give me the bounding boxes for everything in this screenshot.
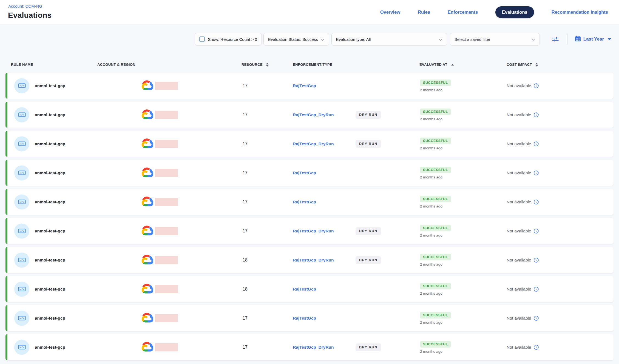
gcp-cloud-icon (141, 342, 153, 353)
evaluated-time: 2 months ago (420, 320, 451, 325)
date-range-picker[interactable]: Last Year (575, 36, 611, 43)
cost-impact-value: Not available (507, 200, 531, 204)
saved-filter-select[interactable]: Select a saved filter (450, 33, 540, 46)
resource-count: 17 (243, 170, 248, 175)
calendar-icon (575, 36, 581, 43)
resource-count-checkbox[interactable] (199, 36, 205, 42)
dry-run-badge: DRY RUN (356, 343, 381, 351)
info-circle-icon[interactable] (534, 229, 539, 234)
evaluation-type-select[interactable]: Evaluation type: All (331, 33, 447, 46)
rule-name: anmol-test-gcp (35, 258, 65, 263)
svg-text:</>: </> (20, 84, 24, 87)
evaluation-row[interactable]: </> anmol-test-gcp 17 RajTestGcp_DryRun … (5, 131, 614, 157)
svg-text:</>: </> (20, 143, 24, 145)
evaluation-row[interactable]: </> anmol-test-gcp 17 RajTestGcp_DryRun … (5, 102, 614, 128)
tab-recommendation-insights[interactable]: Recommendation Insights (552, 10, 608, 15)
filter-sliders-icon[interactable] (551, 35, 560, 43)
evaluation-row[interactable]: </> anmol-test-gcp 17 RajTestGcp DRY RUN… (5, 73, 614, 99)
account-name-redacted (155, 111, 178, 119)
evaluated-time: 2 months ago (420, 349, 451, 354)
svg-text:</>: </> (20, 288, 24, 291)
tab-evaluations[interactable]: Evaluations (495, 6, 534, 18)
sort-icon (266, 63, 269, 67)
status-badge: SUCCESSFUL (420, 196, 451, 202)
info-circle-icon[interactable] (534, 287, 539, 292)
col-evaluated-at-sort[interactable]: EVALUATED AT (419, 62, 454, 67)
info-circle-icon[interactable] (534, 200, 539, 204)
tab-rules[interactable]: Rules (418, 10, 430, 15)
tab-overview[interactable]: Overview (380, 10, 400, 15)
enforcement-link[interactable]: RajTestGcp (293, 83, 316, 88)
tab-enforcements[interactable]: Enforcements (448, 10, 478, 15)
chevron-down-icon (439, 37, 442, 42)
enforcement-link[interactable]: RajTestGcp_DryRun (293, 229, 334, 234)
dry-run-badge: DRY RUN (356, 256, 381, 264)
evaluation-row[interactable]: </> anmol-test-gcp 17 RajTestGcp DRY RUN… (5, 189, 614, 215)
resource-count-label: Show: Resource Count > 0 (208, 37, 257, 42)
enforcement-link[interactable]: RajTestGcp_DryRun (293, 345, 334, 350)
info-circle-icon[interactable] (534, 170, 539, 175)
row-status-accent (5, 247, 7, 273)
rule-name: anmol-test-gcp (35, 229, 65, 234)
account-name-redacted (155, 140, 178, 148)
rule-name: anmol-test-gcp (35, 170, 65, 175)
gcp-cloud-icon (141, 109, 153, 120)
col-cost-impact-sort[interactable]: COST IMPACT (507, 62, 538, 67)
enforcement-link[interactable]: RajTestGcp (293, 316, 316, 321)
enforcement-link[interactable]: RajTestGcp_DryRun (293, 112, 334, 117)
info-circle-icon[interactable] (534, 345, 539, 350)
info-circle-icon[interactable] (534, 83, 539, 88)
enforcement-link[interactable]: RajTestGcp (293, 170, 316, 175)
cost-impact-value: Not available (507, 170, 531, 175)
evaluated-time: 2 months ago (420, 117, 451, 121)
info-circle-icon[interactable] (534, 112, 539, 117)
account-name-redacted (155, 169, 178, 177)
evaluation-row[interactable]: </> anmol-test-gcp 17 RajTestGcp DRY RUN… (5, 305, 614, 331)
sort-icon (535, 63, 538, 67)
evaluated-time: 2 months ago (420, 146, 451, 150)
rule-code-icon: </> (14, 223, 29, 238)
account-name-redacted (155, 314, 178, 322)
enforcement-link[interactable]: RajTestGcp (293, 200, 316, 204)
cost-impact-cell: Not available (507, 112, 539, 117)
evaluation-row[interactable]: </> anmol-test-gcp 18 RajTestGcp_DryRun … (5, 247, 614, 273)
evaluation-row[interactable]: </> anmol-test-gcp 17 RajTestGcp DRY RUN… (5, 160, 614, 186)
evaluated-time: 2 months ago (420, 175, 451, 179)
evaluated-time: 2 months ago (420, 204, 451, 208)
col-resource-sort[interactable]: RESOURCE (242, 62, 269, 67)
rule-code-icon: </> (14, 340, 29, 355)
dry-run-badge: DRY RUN (356, 111, 381, 119)
date-range-value: Last Year (583, 36, 604, 42)
gcp-cloud-icon (141, 284, 153, 295)
account-name-redacted (155, 198, 178, 206)
rule-code-icon: </> (14, 78, 29, 93)
rule-name: anmol-test-gcp (35, 287, 65, 292)
row-status-accent (5, 276, 7, 302)
cost-impact-cell: Not available (507, 287, 539, 292)
row-status-accent (5, 73, 7, 99)
status-badge: SUCCESSFUL (420, 138, 451, 144)
dry-run-badge: DRY RUN (356, 140, 381, 148)
evaluation-row[interactable]: </> anmol-test-gcp 17 RajTestGcp_DryRun … (5, 334, 614, 360)
enforcement-link[interactable]: RajTestGcp_DryRun (293, 141, 334, 146)
resource-count-filter[interactable]: Show: Resource Count > 0 (195, 33, 262, 46)
gcp-cloud-icon (141, 313, 153, 324)
info-circle-icon[interactable] (534, 316, 539, 321)
status-badge: SUCCESSFUL (420, 312, 451, 318)
info-circle-icon[interactable] (534, 258, 539, 263)
evaluation-status-select[interactable]: Evaluation Status: Success (263, 33, 329, 46)
account-name-redacted (155, 256, 178, 264)
account-breadcrumb[interactable]: Account: CCM-NG (8, 4, 42, 8)
table-header: RULE NAME ACCOUNT & REGION RESOURCE ENFO… (0, 60, 619, 71)
enforcement-link[interactable]: RajTestGcp_DryRun (293, 258, 334, 263)
rule-code-icon: </> (14, 194, 29, 209)
evaluation-row[interactable]: </> anmol-test-gcp 17 RajTestGcp_DryRun … (5, 218, 614, 244)
evaluated-at-cell: SUCCESSFUL 2 months ago (420, 312, 451, 325)
info-circle-icon[interactable] (534, 141, 539, 146)
enforcement-link[interactable]: RajTestGcp (293, 287, 316, 292)
evaluated-at-cell: SUCCESSFUL 2 months ago (420, 254, 451, 266)
svg-text:</>: </> (20, 113, 24, 116)
resource-count: 17 (243, 200, 248, 204)
status-badge: SUCCESSFUL (420, 341, 451, 348)
evaluation-row[interactable]: </> anmol-test-gcp 18 RajTestGcp DRY RUN… (5, 276, 614, 302)
